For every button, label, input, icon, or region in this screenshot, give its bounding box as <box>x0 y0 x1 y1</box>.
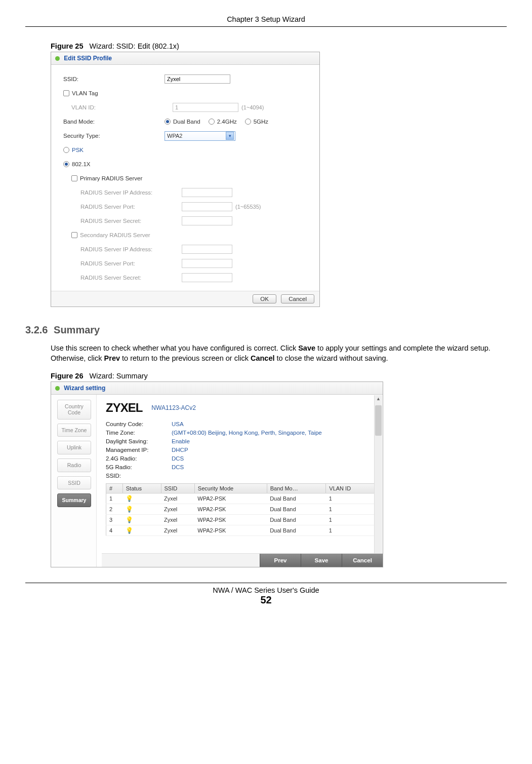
wizard-button-bar: Prev Save Cancel <box>102 553 383 567</box>
ok-button[interactable]: OK <box>253 294 276 303</box>
dialog-title-bar: Edit SSID Profile <box>51 52 319 65</box>
wizard-steps: Country Code Time Zone Uplink Radio SSID… <box>51 395 97 567</box>
band-5-label: 5GHz <box>254 119 268 125</box>
summary-key: SSID: <box>106 473 172 479</box>
table-cell: Zyxel <box>161 514 194 525</box>
step-time-zone[interactable]: Time Zone <box>57 424 91 437</box>
table-row[interactable]: 1💡ZyxelWPA2-PSKDual Band1 <box>106 493 375 504</box>
vlan-tag-checkbox[interactable] <box>63 90 69 96</box>
summary-row: Country Code:USA <box>106 420 375 429</box>
cancel-button[interactable]: Cancel <box>342 554 383 567</box>
security-type-select[interactable]: WPA2 ▾ <box>165 131 235 141</box>
summary-row: Management IP:DHCP <box>106 446 375 454</box>
s-radius-port-input[interactable] <box>182 259 232 268</box>
summary-value: USA <box>172 421 184 427</box>
wizard-main: ZYXEL NWA1123-ACv2 Country Code:USATime … <box>97 395 383 567</box>
chevron-down-icon: ▾ <box>226 132 234 140</box>
s-radius-secret-label: RADIUS Server Secret: <box>63 275 182 281</box>
scroll-up-icon[interactable]: ▲ <box>375 395 382 403</box>
table-header: VLAN ID <box>326 483 375 493</box>
table-header: # <box>106 483 123 493</box>
bulb-icon: 💡 <box>126 506 133 513</box>
summary-key: Daylight Saving: <box>106 438 172 444</box>
summary-row: Daylight Saving:Enable <box>106 437 375 446</box>
step-country-code[interactable]: Country Code <box>57 400 91 419</box>
bulb-icon: 💡 <box>126 527 133 534</box>
p-radius-secret-input[interactable] <box>182 216 232 225</box>
table-cell: Zyxel <box>161 493 194 504</box>
footer-guide: NWA / WAC Series User's Guide <box>25 586 507 594</box>
page-footer: NWA / WAC Series User's Guide 52 <box>25 586 507 606</box>
secondary-radius-checkbox[interactable] <box>71 232 77 238</box>
table-cell: Dual Band <box>267 493 326 504</box>
table-cell: Dual Band <box>267 525 326 536</box>
p-radius-port-input[interactable] <box>182 202 232 211</box>
band-24-label: 2.4GHz <box>217 119 237 125</box>
table-header: SSID <box>161 483 194 493</box>
bottom-rule <box>25 583 507 583</box>
table-cell: 4 <box>106 525 123 536</box>
s-radius-ip-input[interactable] <box>182 245 232 254</box>
dialog-title: Edit SSID Profile <box>64 55 112 62</box>
scroll-thumb[interactable] <box>375 405 382 436</box>
summary-value: DCS <box>172 464 184 470</box>
figure-26-caption: Figure 26 Wizard: Summary <box>51 372 507 380</box>
table-cell: WPA2-PSK <box>194 504 267 514</box>
primary-radius-checkbox[interactable] <box>71 175 77 181</box>
vlan-tag-label: VLAN Tag <box>72 90 98 96</box>
table-cell: 1 <box>326 504 375 514</box>
vlan-id-input[interactable] <box>173 103 238 112</box>
table-cell: 1 <box>326 525 375 536</box>
figure-26-num: Figure 26 <box>51 372 83 380</box>
table-cell: 1 <box>326 514 375 525</box>
chapter-header: Chapter 3 Setup Wizard <box>25 15 507 23</box>
wizard-title-bar: Wizard setting <box>51 382 383 395</box>
psk-radio[interactable] <box>63 147 69 153</box>
band-5-radio[interactable] <box>245 119 251 125</box>
band-dual-radio[interactable] <box>165 119 171 125</box>
s-radius-secret-input[interactable] <box>182 273 232 282</box>
step-summary[interactable]: Summary <box>57 493 91 507</box>
ssid-table: #StatusSSIDSecurity ModeBand Mo…VLAN ID … <box>106 483 375 536</box>
wizard-summary-dialog: Wizard setting Country Code Time Zone Up… <box>51 381 383 567</box>
p-radius-ip-input[interactable] <box>182 188 232 197</box>
cancel-button[interactable]: Cancel <box>281 294 314 303</box>
model-name: NWA1123-ACv2 <box>151 404 196 411</box>
primary-radius-label: Primary RADIUS Server <box>80 175 142 181</box>
save-button[interactable]: Save <box>301 554 342 567</box>
table-row[interactable]: 3💡ZyxelWPA2-PSKDual Band1 <box>106 514 375 525</box>
prev-button[interactable]: Prev <box>260 554 301 567</box>
ssid-input[interactable] <box>165 74 230 84</box>
figure-26-text: Wizard: Summary <box>90 372 148 380</box>
vlan-id-label: VLAN ID: <box>63 104 173 110</box>
step-ssid[interactable]: SSID <box>57 476 91 490</box>
vlan-id-hint: (1~4094) <box>241 104 264 110</box>
table-cell: 💡 <box>122 525 161 536</box>
step-uplink[interactable]: Uplink <box>57 441 91 454</box>
security-type-value: WPA2 <box>167 133 182 139</box>
p-radius-port-label: RADIUS Server Port: <box>63 204 182 210</box>
psk-label: PSK <box>72 147 84 153</box>
bulb-icon: 💡 <box>126 495 133 502</box>
table-header: Security Mode <box>194 483 267 493</box>
section-body: Use this screen to check whether what yo… <box>51 343 507 364</box>
summary-value: DCS <box>172 455 184 462</box>
table-cell: WPA2-PSK <box>194 525 267 536</box>
band-mode-label: Band Mode: <box>63 119 165 125</box>
p-radius-ip-label: RADIUS Server IP Address: <box>63 189 182 196</box>
scrollbar[interactable]: ▲ ▼ <box>374 395 382 566</box>
table-cell: 💡 <box>122 514 161 525</box>
table-row[interactable]: 2💡ZyxelWPA2-PSKDual Band1 <box>106 504 375 514</box>
dot1x-label: 802.1X <box>72 161 90 167</box>
dot1x-radio[interactable] <box>63 161 69 167</box>
band-24-radio[interactable] <box>209 119 215 125</box>
s-radius-port-label: RADIUS Server Port: <box>63 260 182 266</box>
dialog-button-row: OK Cancel <box>51 291 319 307</box>
table-cell: WPA2-PSK <box>194 493 267 504</box>
section-heading: 3.2.6 Summary <box>25 324 507 336</box>
table-cell: 💡 <box>122 504 161 514</box>
band-dual-label: Dual Band <box>173 119 200 125</box>
table-cell: Zyxel <box>161 504 194 514</box>
table-row[interactable]: 4💡ZyxelWPA2-PSKDual Band1 <box>106 525 375 536</box>
step-radio[interactable]: Radio <box>57 459 91 472</box>
